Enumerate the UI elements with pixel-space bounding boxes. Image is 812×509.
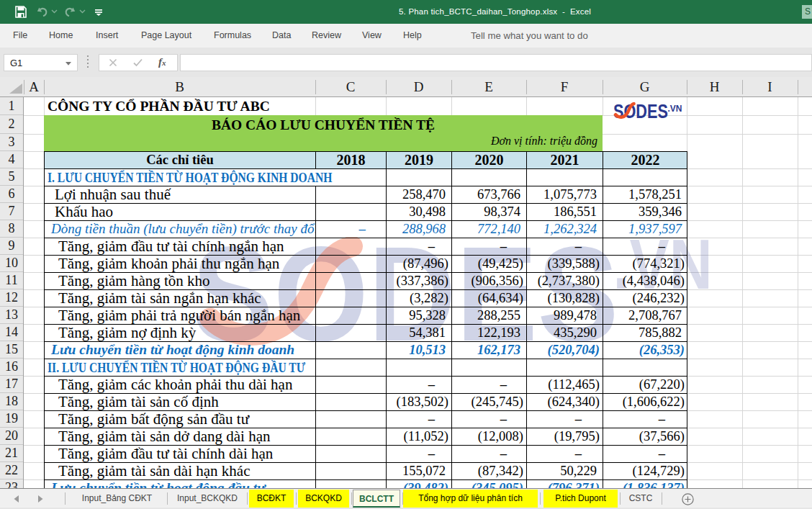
svg-text:.VN: .VN [667,103,682,114]
